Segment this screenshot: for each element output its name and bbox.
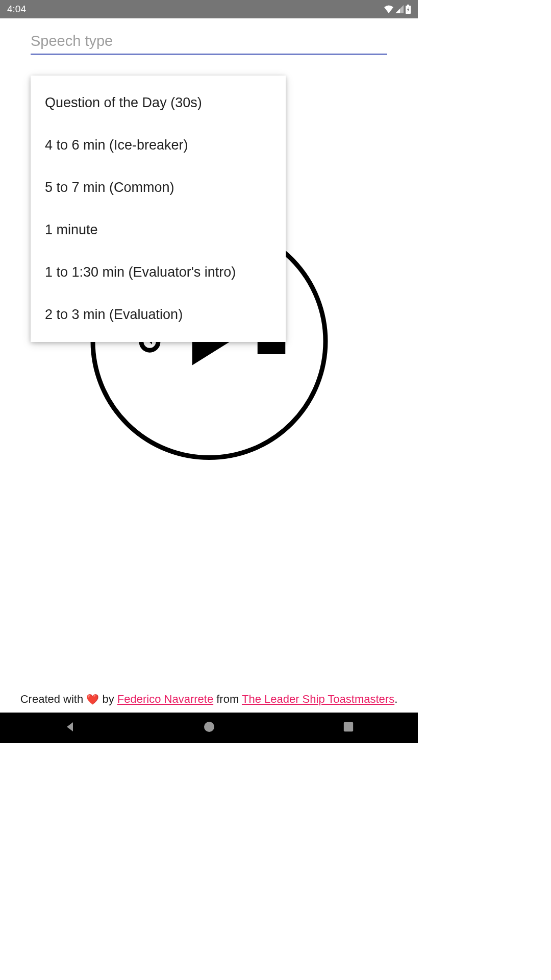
dropdown-item-label: 5 to 7 min (Common) <box>45 180 174 195</box>
footer-prefix: Created with <box>20 693 87 705</box>
dropdown-item-label: 1 minute <box>45 222 98 237</box>
home-icon <box>203 721 215 733</box>
dropdown-item-question-of-day[interactable]: Question of the Day (30s) <box>31 82 286 124</box>
speech-type-input[interactable] <box>31 29 387 55</box>
footer-suffix: . <box>394 693 397 705</box>
main-content: Question of the Day (30s) 4 to 6 min (Ic… <box>0 18 418 713</box>
navigation-bar <box>0 713 418 743</box>
nav-back-button[interactable] <box>64 721 76 735</box>
speech-input-container <box>31 29 387 55</box>
footer: Created with ❤️ by Federico Navarrete fr… <box>0 692 418 707</box>
svg-rect-1 <box>407 5 409 6</box>
svg-point-3 <box>204 722 214 732</box>
author-name: Federico Navarrete <box>117 693 213 705</box>
dropdown-item-label: 2 to 3 min (Evaluation) <box>45 307 183 322</box>
wifi-icon <box>384 5 393 13</box>
dropdown-item-label: 1 to 1:30 min (Evaluator's intro) <box>45 264 236 280</box>
recent-icon <box>343 721 354 732</box>
dropdown-item-evaluation[interactable]: 2 to 3 min (Evaluation) <box>31 293 286 336</box>
battery-icon <box>406 5 411 14</box>
org-link[interactable]: The Leader Ship Toastmasters <box>242 693 394 705</box>
dropdown-item-common[interactable]: 5 to 7 min (Common) <box>31 166 286 209</box>
svg-rect-4 <box>344 722 353 731</box>
nav-recent-button[interactable] <box>343 721 354 734</box>
heart-icon: ❤️ <box>86 694 99 705</box>
footer-by-text: by <box>99 693 117 705</box>
status-bar: 4:04 <box>0 0 418 18</box>
dropdown-item-label: 4 to 6 min (Ice-breaker) <box>45 137 188 153</box>
footer-from-text: from <box>213 693 242 705</box>
author-link[interactable]: Federico Navarrete <box>117 693 213 705</box>
nav-home-button[interactable] <box>203 721 215 735</box>
dropdown-item-label: Question of the Day (30s) <box>45 95 202 110</box>
dropdown-item-ice-breaker[interactable]: 4 to 6 min (Ice-breaker) <box>31 124 286 166</box>
org-name: The Leader Ship Toastmasters <box>242 693 394 705</box>
signal-icon <box>395 5 404 13</box>
dropdown-item-1-minute[interactable]: 1 minute <box>31 209 286 251</box>
speech-type-dropdown: Question of the Day (30s) 4 to 6 min (Ic… <box>31 76 286 342</box>
back-icon <box>64 721 76 733</box>
dropdown-item-evaluator-intro[interactable]: 1 to 1:30 min (Evaluator's intro) <box>31 251 286 293</box>
status-icons <box>384 5 411 14</box>
status-time: 4:04 <box>7 4 26 15</box>
